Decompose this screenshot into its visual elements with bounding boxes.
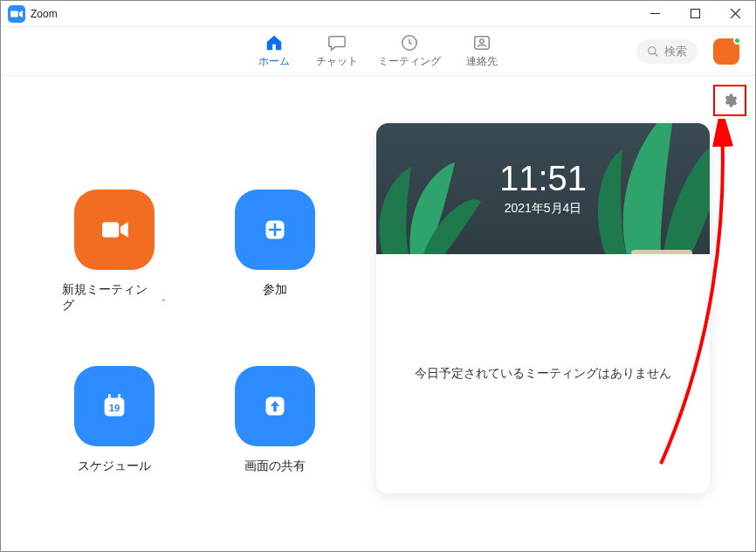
search-placeholder: 検索 (664, 44, 687, 59)
svg-rect-10 (102, 222, 119, 238)
video-icon (96, 211, 133, 248)
svg-text:19: 19 (109, 403, 120, 413)
action-label: スケジュール (78, 459, 151, 474)
action-new-meeting: 新規ミーティング ⌄ (62, 190, 167, 314)
search-input[interactable]: 検索 (636, 39, 698, 64)
share-arrow-icon (257, 388, 293, 424)
home-icon (265, 33, 284, 52)
close-button[interactable] (715, 1, 755, 27)
nav-label: ホーム (258, 54, 290, 69)
maximize-button[interactable] (675, 1, 715, 27)
svg-point-8 (649, 46, 656, 53)
share-screen-button[interactable] (235, 366, 315, 446)
calendar-icon: 19 (96, 388, 133, 424)
minimize-button[interactable] (635, 1, 675, 27)
avatar[interactable] (713, 38, 739, 65)
nav-label: チャット (316, 54, 358, 69)
svg-rect-19 (631, 250, 692, 254)
right-panel: 11:51 2021年5月4日 今日予定されているミーティングはありません (359, 76, 755, 551)
titlebar: Zoom (1, 1, 755, 27)
plant-illustration-left (376, 141, 481, 254)
window-title: Zoom (31, 8, 58, 20)
tab-chat[interactable]: チャット (315, 33, 359, 69)
action-label: 画面の共有 (244, 459, 306, 474)
plus-icon (257, 211, 293, 248)
current-time: 11:51 (499, 161, 587, 196)
plant-illustration-right (579, 123, 710, 254)
clock-icon (400, 33, 419, 52)
svg-rect-0 (10, 10, 18, 17)
svg-point-7 (480, 39, 485, 44)
svg-rect-2 (691, 10, 699, 18)
content: 新規ミーティング ⌄ 参加 19 (1, 76, 755, 551)
card-header: 11:51 2021年5月4日 (376, 123, 710, 254)
current-date: 2021年5月4日 (505, 201, 582, 217)
tab-meetings[interactable]: ミーティング (378, 33, 441, 69)
action-label[interactable]: 新規ミーティング ⌄ (62, 282, 167, 314)
top-nav: ホーム チャット ミーティング 連絡先 検索 (1, 27, 755, 76)
action-schedule: 19 スケジュール (62, 366, 167, 474)
zoom-app-icon (8, 5, 25, 23)
no-meetings-message: 今日予定されているミーティングはありません (376, 254, 710, 493)
tab-home[interactable]: ホーム (252, 33, 296, 69)
contacts-icon (472, 33, 491, 52)
svg-rect-15 (108, 394, 111, 400)
calendar-card: 11:51 2021年5月4日 今日予定されているミーティングはありません (376, 123, 710, 493)
svg-line-9 (655, 52, 658, 56)
action-join: 参加 (223, 190, 327, 314)
tab-contacts[interactable]: 連絡先 (460, 33, 504, 69)
join-button[interactable] (235, 190, 315, 270)
home-actions: 新規ミーティング ⌄ 参加 19 (1, 76, 359, 551)
presence-dot (733, 37, 741, 45)
chevron-down-icon[interactable]: ⌄ (160, 293, 167, 303)
new-meeting-button[interactable] (74, 190, 155, 270)
schedule-button[interactable]: 19 (74, 366, 155, 446)
action-label: 参加 (263, 282, 287, 298)
action-share-screen: 画面の共有 (223, 366, 327, 474)
search-icon (647, 45, 659, 58)
svg-rect-16 (118, 394, 120, 400)
nav-label: ミーティング (378, 54, 441, 69)
nav-label: 連絡先 (466, 54, 498, 69)
chat-icon (327, 33, 347, 52)
